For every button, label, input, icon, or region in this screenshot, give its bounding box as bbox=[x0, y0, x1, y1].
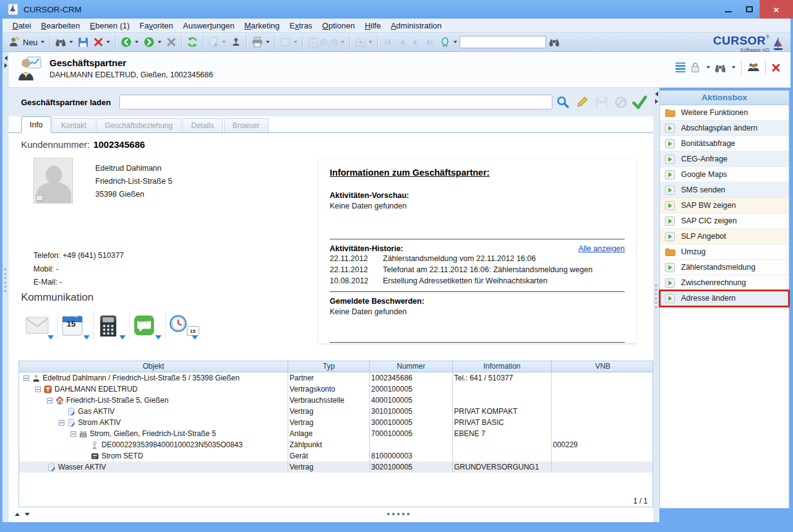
forward-dropdown-icon[interactable] bbox=[158, 41, 161, 43]
collapse-toggle[interactable] bbox=[59, 420, 64, 426]
expand-left-icon[interactable] bbox=[4, 63, 7, 68]
menu-auswertungen[interactable]: Auswertungen bbox=[178, 20, 239, 32]
phone-button[interactable] bbox=[94, 311, 130, 340]
header-search-button[interactable] bbox=[714, 62, 726, 74]
action-slp-angebot[interactable]: SLP Angebot bbox=[660, 229, 789, 244]
sms-button[interactable]: SMS bbox=[130, 311, 166, 340]
splitter-up-icon[interactable] bbox=[15, 513, 20, 516]
menu-marketing[interactable]: Marketing bbox=[239, 20, 285, 32]
report-dropdown-icon[interactable] bbox=[294, 41, 298, 43]
action-sap-cic-zeigen[interactable]: SAP CIC zeigen bbox=[660, 213, 789, 229]
menu-optionen[interactable]: Optionen bbox=[317, 20, 360, 32]
column-header-vnb[interactable]: VNB bbox=[552, 361, 654, 372]
lock-button[interactable] bbox=[690, 62, 701, 73]
tab-kontakt[interactable]: Kontakt bbox=[53, 118, 95, 132]
loader-save-button[interactable] bbox=[593, 93, 610, 111]
table-row-partner[interactable]: Edeltrud Dahlmann / Friedrich-List-Straß… bbox=[19, 372, 653, 384]
loader-search-button[interactable] bbox=[554, 93, 572, 111]
lock-dropdown-icon[interactable] bbox=[706, 66, 710, 69]
lamp-dropdown-icon[interactable] bbox=[453, 41, 457, 43]
action-sms-senden[interactable]: SMS senden bbox=[660, 182, 789, 198]
close-button[interactable]: × bbox=[760, 0, 793, 19]
column-header-typ[interactable]: Typ bbox=[288, 361, 370, 372]
table-row-vertrag-gas[interactable]: Gas AKTIV Vertrag3010100005PRIVAT KOMPAK… bbox=[19, 406, 653, 417]
menu-administration[interactable]: Administration bbox=[386, 20, 447, 32]
add-document-dropdown-icon[interactable] bbox=[222, 41, 226, 43]
quick-search-button[interactable] bbox=[546, 34, 562, 50]
left-splitter-handle[interactable] bbox=[4, 268, 6, 292]
collapse-toggle[interactable] bbox=[35, 387, 41, 392]
table-row-verbrauchsstelle[interactable]: Friedrich-List-Straße 5, Gießen Verbrauc… bbox=[19, 395, 653, 406]
collapse-sidebar-icon[interactable] bbox=[655, 92, 658, 97]
sidebar-splitter-handle[interactable] bbox=[655, 285, 657, 308]
menu-bearbeiten[interactable]: Bearbeiten bbox=[36, 20, 85, 32]
table-row-zaehlpunkt[interactable]: DE000229353984000100023N5035O0843 Zählpu… bbox=[19, 439, 653, 450]
maximize-button[interactable] bbox=[739, 0, 760, 19]
print-dropdown-icon[interactable] bbox=[266, 41, 270, 43]
delete-dropdown-icon[interactable] bbox=[106, 41, 110, 43]
menu-extras[interactable]: Extras bbox=[285, 20, 317, 32]
back-button[interactable] bbox=[118, 34, 141, 50]
clipboard-dropdown-icon[interactable] bbox=[341, 41, 345, 43]
menu-favoriten[interactable]: Favoriten bbox=[135, 20, 178, 32]
email-dropdown-icon[interactable] bbox=[48, 335, 54, 340]
clipboard-button[interactable]: (0, 0) bbox=[306, 34, 347, 50]
print-button[interactable] bbox=[249, 34, 272, 50]
new-dropdown-icon[interactable] bbox=[41, 41, 45, 43]
appointment-button[interactable]: 15 bbox=[166, 311, 202, 340]
nav-first-button[interactable] bbox=[380, 34, 395, 50]
nav-next-button[interactable] bbox=[409, 34, 423, 50]
nav-last-button[interactable] bbox=[423, 34, 437, 50]
minimize-button[interactable] bbox=[718, 0, 739, 19]
splitter-handle[interactable] bbox=[387, 513, 409, 515]
tab-details[interactable]: Details bbox=[182, 118, 223, 132]
table-row-anlage[interactable]: Strom, Gießen, Friedrich-List-Straße 5 A… bbox=[19, 428, 653, 439]
email-button[interactable] bbox=[22, 311, 58, 340]
collapse-toggle[interactable] bbox=[47, 398, 53, 403]
collapse-toggle[interactable] bbox=[71, 431, 76, 437]
search-dropdown-icon[interactable] bbox=[69, 41, 73, 43]
new-button[interactable]: Neu bbox=[6, 34, 47, 50]
action-google-maps[interactable]: Google Maps bbox=[660, 167, 789, 182]
forward-button[interactable] bbox=[141, 34, 164, 50]
menu-datei[interactable]: Datei bbox=[7, 20, 36, 32]
export-button[interactable] bbox=[353, 34, 375, 50]
tab-geschaeftsbeziehung[interactable]: Geschäftsbeziehung bbox=[96, 118, 181, 132]
menu-hilfe[interactable]: Hilfe bbox=[360, 20, 386, 32]
cancel-button[interactable] bbox=[164, 34, 179, 50]
column-header-objekt[interactable]: Objekt bbox=[19, 361, 288, 372]
report-button[interactable] bbox=[278, 34, 300, 50]
left-panel-splitter[interactable] bbox=[2, 52, 9, 522]
alle-anzeigen-link[interactable]: Alle anzeigen bbox=[578, 244, 625, 253]
action-adresse-aendern[interactable]: Adresse ändern bbox=[660, 291, 789, 306]
tab-info[interactable]: Info bbox=[21, 116, 51, 133]
column-header-information[interactable]: Information bbox=[453, 361, 552, 372]
action-zaehlerstandsmeldung[interactable]: Zählerstandsmeldung bbox=[660, 260, 789, 275]
calendar-dropdown-icon[interactable] bbox=[84, 335, 90, 340]
collapse-toggle[interactable] bbox=[24, 375, 29, 381]
export-dropdown-icon[interactable] bbox=[369, 41, 372, 43]
loader-confirm-button[interactable] bbox=[631, 93, 648, 111]
contact-persons-button[interactable] bbox=[747, 62, 760, 73]
table-row-vertrag-strom[interactable]: Strom AKTIV Vertrag3000100005PRIVAT BASI… bbox=[19, 417, 653, 428]
action-bonitaetsabfrage[interactable]: Bonitätsabfrage bbox=[660, 136, 789, 152]
action-abschlagsplan-aendern[interactable]: Abschlagsplan ändern bbox=[660, 121, 789, 136]
contact-photo[interactable] bbox=[33, 158, 73, 204]
refresh-button[interactable] bbox=[184, 34, 200, 50]
list-menu-button[interactable] bbox=[675, 61, 685, 74]
bottom-splitter[interactable] bbox=[9, 510, 653, 518]
quick-search-input[interactable] bbox=[460, 36, 546, 48]
column-header-nummer[interactable]: Nummer bbox=[370, 361, 453, 372]
loader-block-button[interactable] bbox=[612, 93, 629, 111]
sms-dropdown-icon[interactable] bbox=[155, 335, 161, 340]
close-entity-button[interactable] bbox=[771, 63, 781, 72]
action-umzug[interactable]: Umzug bbox=[660, 244, 789, 260]
workflow-button[interactable] bbox=[228, 34, 244, 50]
search-button[interactable] bbox=[53, 34, 75, 50]
table-row-geraet[interactable]: Strom SETD Gerät8100000003 bbox=[19, 450, 653, 461]
splitter-down-icon[interactable] bbox=[25, 513, 30, 516]
phone-dropdown-icon[interactable] bbox=[119, 335, 126, 340]
menu-ebenen[interactable]: Ebenen (1) bbox=[85, 20, 134, 32]
expand-sidebar-icon[interactable] bbox=[655, 99, 658, 104]
collapse-left-icon[interactable] bbox=[4, 56, 7, 61]
